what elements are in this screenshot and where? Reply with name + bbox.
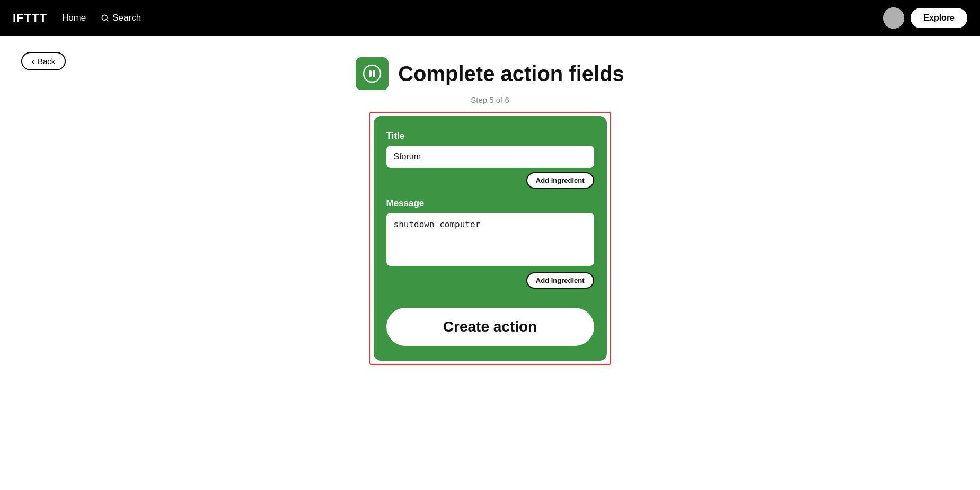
svg-rect-4: [373, 70, 375, 77]
logo[interactable]: IFTTT: [13, 11, 47, 25]
svg-rect-3: [369, 70, 372, 77]
title-section: Title Add ingredient: [386, 131, 594, 189]
message-label: Message: [386, 198, 594, 209]
search-icon: [101, 14, 109, 22]
back-button[interactable]: ‹ Back: [21, 52, 66, 70]
green-card: Title Add ingredient Message shutdown co…: [374, 116, 607, 361]
title-label: Title: [386, 131, 594, 141]
step-label: Step 5 of 6: [471, 95, 509, 104]
service-icon: [356, 57, 389, 90]
back-label: Back: [38, 57, 55, 66]
message-section: Message shutdown computer Add ingredient: [386, 198, 594, 289]
add-ingredient-button-1[interactable]: Add ingredient: [526, 172, 594, 189]
page-title: Complete action fields: [398, 62, 624, 86]
message-input[interactable]: shutdown computer: [386, 213, 594, 266]
add-ingredient-row-2: Add ingredient: [386, 272, 594, 289]
home-link[interactable]: Home: [62, 13, 86, 23]
search-label: Search: [112, 13, 141, 23]
create-action-button[interactable]: Create action: [386, 308, 594, 346]
pushbullet-icon: [362, 64, 382, 84]
add-ingredient-row-1: Add ingredient: [386, 172, 594, 189]
page-header: Complete action fields: [356, 57, 624, 90]
explore-button[interactable]: Explore: [911, 8, 967, 28]
header-right: Explore: [883, 7, 967, 29]
svg-point-2: [364, 65, 381, 82]
header-left: IFTTT Home Search: [13, 11, 141, 25]
avatar-image: [883, 7, 904, 29]
avatar[interactable]: [883, 7, 904, 29]
search-link[interactable]: Search: [101, 13, 141, 23]
title-input[interactable]: [386, 146, 594, 168]
center-area: Complete action fields Step 5 of 6 Title…: [21, 52, 959, 365]
back-chevron: ‹: [32, 57, 34, 66]
top-nav: IFTTT Home Search Explore: [0, 0, 980, 36]
main-content: ‹ Back Complete action fields Step 5 of …: [0, 36, 980, 490]
svg-line-1: [107, 20, 109, 22]
card-wrapper: Title Add ingredient Message shutdown co…: [369, 112, 611, 365]
add-ingredient-button-2[interactable]: Add ingredient: [526, 272, 594, 289]
svg-point-0: [102, 15, 108, 20]
home-label: Home: [62, 13, 86, 23]
